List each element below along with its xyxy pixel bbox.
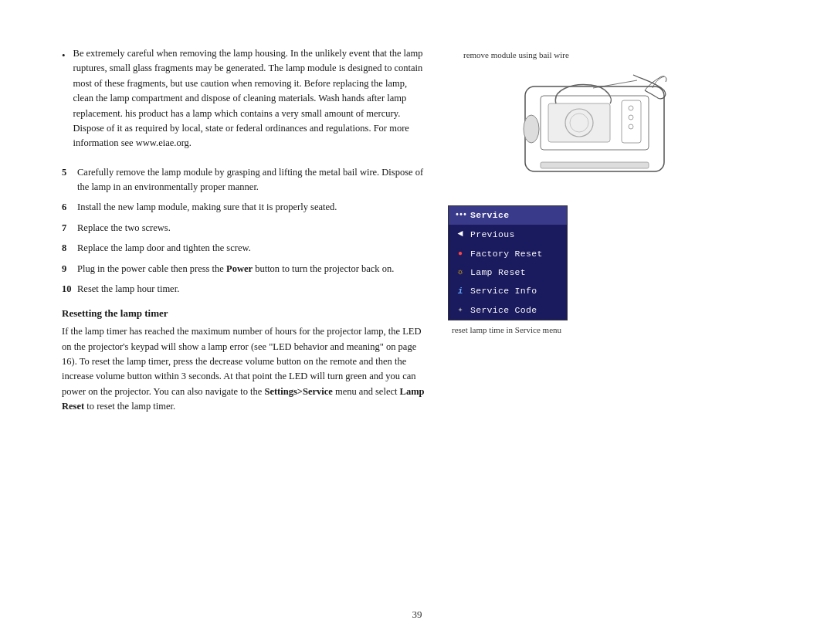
menu-header-label: Service (470, 208, 509, 222)
item-number-8: 8 (62, 241, 73, 256)
menu-label-lamp-reset: Lamp Reset (470, 266, 526, 280)
numbered-item-10: 10 Reset the lamp hour timer. (62, 282, 425, 297)
bullet-item: • Be extremely careful when removing the… (62, 46, 425, 151)
svg-point-3 (629, 106, 633, 110)
left-column: • Be extremely careful when removing the… (62, 46, 425, 415)
item-number-7: 7 (62, 221, 73, 236)
arrow-left-icon: ◄ (455, 227, 466, 242)
diagram-label: remove module using bail wire (463, 50, 569, 59)
bullet-dot: • (62, 48, 66, 151)
page-number: 39 (412, 608, 422, 621)
numbered-item-8: 8 Replace the lamp door and tighten the … (62, 241, 425, 256)
resetting-text: If the lamp timer has reached the maximu… (62, 324, 425, 414)
wrench-icon: ✦ (455, 303, 466, 317)
svg-point-5 (629, 124, 633, 129)
menu-item-lamp-reset[interactable]: ☼ Lamp Reset (449, 263, 567, 282)
bullet-section: • Be extremely careful when removing the… (62, 46, 425, 151)
projector-diagram (479, 63, 695, 187)
bullet-text: Be extremely careful when removing the l… (73, 46, 425, 151)
item-text-9: Plug in the power cable then press the P… (77, 262, 394, 276)
item-number-10: 10 (62, 282, 73, 297)
menu-item-service-info[interactable]: i Service Info (449, 282, 567, 300)
menu-item-service-code[interactable]: ✦ Service Code (449, 301, 567, 320)
numbered-item-6: 6 Install the new lamp module, making su… (62, 200, 425, 215)
item-number-6: 6 (62, 200, 73, 215)
svg-rect-10 (541, 162, 649, 168)
menu-label-service-code: Service Code (470, 303, 537, 317)
info-icon: i (455, 285, 466, 299)
menu-label-factory-reset: Factory Reset (470, 247, 543, 261)
lamp-icon: ☼ (455, 266, 466, 280)
numbered-item-5: 5 Carefully remove the lamp module by gr… (62, 165, 425, 195)
content-area: • Be extremely careful when removing the… (62, 46, 772, 415)
service-menu: ••• Service ◄ Previous ● Factory Reset (448, 205, 568, 320)
menu-item-previous[interactable]: ◄ Previous (449, 225, 567, 244)
item-text-8: Replace the lamp door and tighten the sc… (77, 241, 251, 256)
resetting-title: Resetting the lamp timer (62, 307, 425, 320)
item-text-5: Carefully remove the lamp module by gras… (77, 165, 425, 195)
dots-icon: ••• (455, 209, 466, 222)
item-text-10: Reset the lamp hour timer. (77, 282, 179, 297)
svg-point-11 (524, 115, 539, 143)
menu-label-previous: Previous (470, 228, 515, 242)
diagram-area: remove module using bail wire (448, 46, 772, 190)
reset-lamp-label: reset lamp time in Service menu (452, 325, 772, 334)
resetting-section: Resetting the lamp timer If the lamp tim… (62, 307, 425, 414)
svg-point-4 (629, 115, 633, 120)
menu-item-factory-reset[interactable]: ● Factory Reset (449, 245, 567, 263)
page-container: • Be extremely careful when removing the… (0, 0, 834, 644)
svg-rect-2 (622, 100, 641, 143)
item-number-5: 5 (62, 165, 73, 195)
menu-label-service-info: Service Info (470, 284, 537, 298)
item-number-9: 9 (62, 262, 73, 276)
item-text-6: Install the new lamp module, making sure… (77, 200, 337, 215)
numbered-item-9: 9 Plug in the power cable then press the… (62, 262, 425, 276)
item-text-7: Replace the two screws. (77, 221, 171, 236)
red-circle-icon: ● (455, 248, 466, 260)
numbered-item-7: 7 Replace the two screws. (62, 221, 425, 236)
service-menu-container: ••• Service ◄ Previous ● Factory Reset (448, 205, 772, 334)
menu-header: ••• Service (449, 206, 567, 225)
right-column: remove module using bail wire (448, 46, 772, 415)
